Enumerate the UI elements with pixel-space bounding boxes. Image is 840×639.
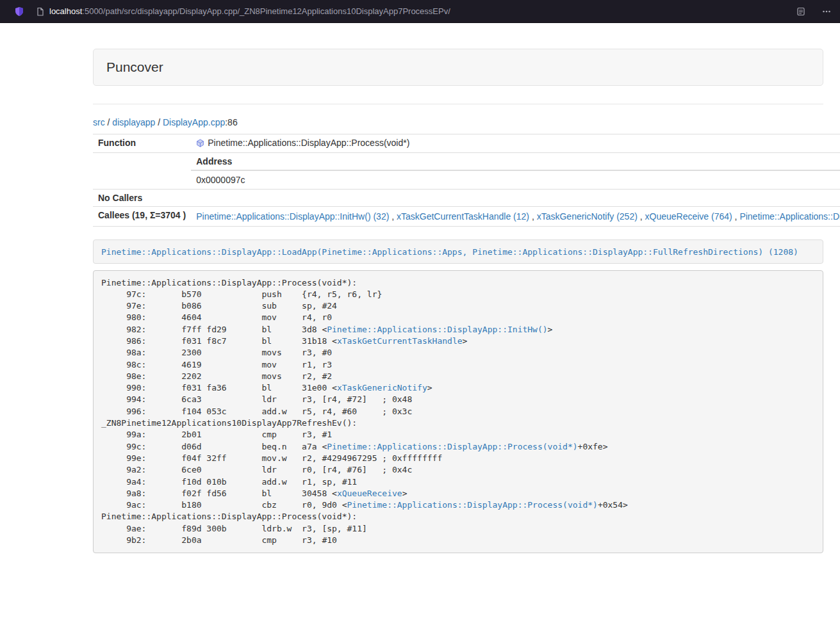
callees-row: Callees (19, Σ=3704 ) Pinetime::Applicat… — [93, 206, 840, 226]
assembly-symbol-link[interactable]: Pinetime::Applications::DisplayApp::Init… — [327, 325, 547, 334]
url-host: localhost — [49, 6, 82, 16]
function-icon — [196, 139, 204, 147]
callee-link[interactable]: xQueueReceive (764) — [645, 211, 732, 222]
no-callers-row: No Callers — [93, 189, 840, 206]
callee-separator: , — [732, 211, 740, 222]
no-callers-label: No Callers — [93, 189, 191, 206]
assembly-code: Pinetime::Applications::DisplayApp::Proc… — [93, 270, 823, 554]
assembly-symbol-link[interactable]: xQueueReceive — [337, 489, 402, 498]
url-path: :5000/path/src/displayapp/DisplayApp.cpp… — [82, 6, 450, 16]
function-table: Function Pinetime::Applications::Display… — [93, 134, 840, 227]
function-row: Function Pinetime::Applications::Display… — [93, 134, 840, 153]
callee-separator: , — [389, 211, 397, 222]
callees-label: Callees (19, Σ=3704 ) — [93, 206, 191, 226]
url-text: localhost:5000/path/src/displayapp/Displ… — [49, 6, 450, 16]
callee-link[interactable]: Pinetime::Applications::DisplayApp::Load… — [739, 211, 840, 222]
callee-separator: , — [529, 211, 537, 222]
function-row-label: Function — [93, 134, 191, 153]
browser-toolbar: localhost:5000/path/src/displayapp/Displ… — [0, 0, 840, 23]
callee-link[interactable]: xTaskGetCurrentTaskHandle (12) — [397, 211, 529, 222]
callee-link[interactable]: xTaskGenericNotify (252) — [537, 211, 638, 222]
function-name: Pinetime::Applications::DisplayApp::Proc… — [208, 138, 409, 148]
breadcrumb-separator: / — [105, 117, 113, 127]
callee-separator: , — [638, 211, 645, 222]
breadcrumb-separator: / — [155, 117, 163, 127]
empty-label-cell — [93, 152, 191, 189]
breadcrumb-link-displayapp[interactable]: displayapp — [112, 117, 155, 127]
assembly-symbol-link[interactable]: xTaskGetCurrentTaskHandle — [337, 336, 463, 346]
assembly-symbol-link[interactable]: Pinetime::Applications::DisplayApp::Proc… — [347, 500, 598, 510]
callee-link[interactable]: Pinetime::Applications::DisplayApp::Init… — [196, 211, 389, 222]
shield-icon[interactable] — [14, 6, 24, 17]
breadcrumb: src / displayapp / DisplayApp.cpp:86 — [93, 117, 823, 127]
page-container: Puncover src / displayapp / DisplayApp.c… — [93, 49, 823, 553]
breadcrumb-line-number: :86 — [225, 117, 237, 127]
symbol-panel: Pinetime::Applications::DisplayApp::Load… — [93, 239, 823, 264]
detail-data-row: 0x0000097c 40 (static) 500 — [191, 170, 840, 189]
address-bar[interactable]: localhost:5000/path/src/displayapp/Displ… — [36, 6, 786, 16]
detail-row: Address Remarks Stack Code Static 0x0000… — [93, 152, 840, 189]
overflow-menu-icon[interactable] — [822, 7, 831, 16]
reader-view-icon[interactable] — [796, 7, 805, 16]
address-value: 0x0000097c — [191, 170, 840, 189]
assembly-symbol-link[interactable]: xTaskGenericNotify — [337, 383, 427, 392]
callees-list: Pinetime::Applications::DisplayApp::Init… — [191, 206, 840, 226]
breadcrumb-link-file[interactable]: DisplayApp.cpp — [163, 117, 225, 127]
detail-table: Address Remarks Stack Code Static 0x0000… — [191, 153, 840, 189]
page-title: Puncover — [106, 60, 810, 75]
assembly-symbol-link[interactable]: Pinetime::Applications::DisplayApp::Proc… — [327, 442, 577, 451]
divider — [93, 104, 823, 104]
app-header: Puncover — [93, 49, 823, 86]
page-icon — [36, 7, 45, 16]
column-header-address: Address — [191, 153, 840, 170]
breadcrumb-link-src[interactable]: src — [93, 117, 105, 127]
detail-header-row: Address Remarks Stack Code Static — [191, 153, 840, 170]
toolbar-actions — [796, 7, 834, 16]
symbol-panel-heading-link[interactable]: Pinetime::Applications::DisplayApp::Load… — [101, 247, 798, 257]
